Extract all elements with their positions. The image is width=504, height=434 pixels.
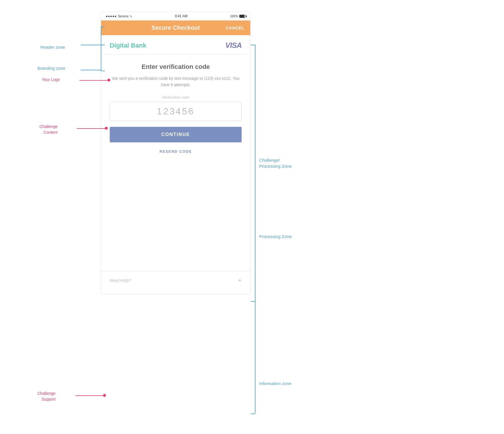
- verification-title: Enter verification code: [110, 63, 242, 71]
- header-bar: Secure Checkout CANCEL: [101, 20, 251, 35]
- battery-percent: 100%: [230, 14, 238, 18]
- info-zone-v-line: [255, 301, 255, 414]
- processing-zone-label: Processing Zone: [259, 233, 292, 239]
- status-left: ●●●●● Service ∿: [106, 14, 132, 18]
- challenge-support-label: ChallengeSupport: [37, 391, 56, 402]
- verification-message: We sent you a verification code by text …: [110, 75, 242, 88]
- header-v-line: [101, 27, 101, 45]
- your-logo-label: Your Logo: [42, 77, 60, 82]
- info-zone-bottom-tick: [251, 414, 255, 414]
- challenge-processing-bottom-tick: [251, 301, 255, 302]
- challenge-content-line: [77, 128, 106, 129]
- verification-label: Verification code: [110, 95, 242, 99]
- header-zone-arrow: [81, 45, 101, 45]
- header-bottom-tick: [101, 45, 105, 45]
- cancel-button[interactable]: CANCEL: [226, 25, 245, 30]
- challenge-content-label: ChallengeContent: [39, 124, 58, 135]
- signal-dots: ●●●●●: [106, 14, 117, 18]
- branding-zone-arrow: [81, 70, 101, 70]
- continue-button[interactable]: CONTINUE: [110, 127, 242, 142]
- service-label: Service: [118, 14, 128, 18]
- branding-zone: Digital Bank VISA: [101, 35, 250, 54]
- challenge-support-dot: [103, 394, 106, 397]
- status-bar: ●●●●● Service ∿ 9:41 AM 100%: [101, 12, 251, 20]
- challenge-processing-top-tick: [251, 45, 255, 45]
- verification-input-wrapper[interactable]: 123456: [110, 102, 242, 121]
- verification-input-display: 123456: [116, 106, 236, 117]
- battery-icon: [239, 15, 246, 18]
- header-zone-label: Header zone: [40, 45, 65, 50]
- wifi-icon: ∿: [130, 14, 132, 18]
- plus-icon[interactable]: +: [238, 277, 242, 284]
- bank-name: Digital Bank: [110, 42, 146, 49]
- phone-body: Digital Bank VISA Enter verification cod…: [101, 35, 251, 295]
- need-help-text[interactable]: Need Help?: [110, 278, 131, 283]
- info-zone: Need Help? +: [101, 271, 250, 289]
- branding-zone-label: Branding zone: [37, 66, 65, 71]
- header-title: Secure Checkout: [151, 24, 200, 31]
- status-right: 100%: [230, 14, 246, 18]
- challenge-content: Enter verification code We sent you a ve…: [101, 54, 250, 162]
- challenge-processing-v-line: [255, 45, 255, 301]
- your-logo-dot: [107, 79, 110, 82]
- visa-logo: VISA: [225, 41, 242, 50]
- challenge-support-line: [75, 395, 104, 396]
- challenge-content-dot: [105, 127, 108, 130]
- your-logo-line: [79, 80, 107, 81]
- branding-bottom-tick: [101, 71, 105, 71]
- challenge-processing-zone-label: Challenge/Processing Zone: [259, 157, 292, 169]
- branding-v-line: [101, 45, 101, 71]
- time-display: 9:41 AM: [175, 14, 187, 18]
- information-zone-label: Information zone: [259, 380, 291, 386]
- resend-code-link[interactable]: RESEND CODE: [110, 147, 242, 156]
- phone-mockup: ●●●●● Service ∿ 9:41 AM 100% Secure Chec…: [101, 12, 251, 295]
- header-top-tick: [101, 27, 105, 27]
